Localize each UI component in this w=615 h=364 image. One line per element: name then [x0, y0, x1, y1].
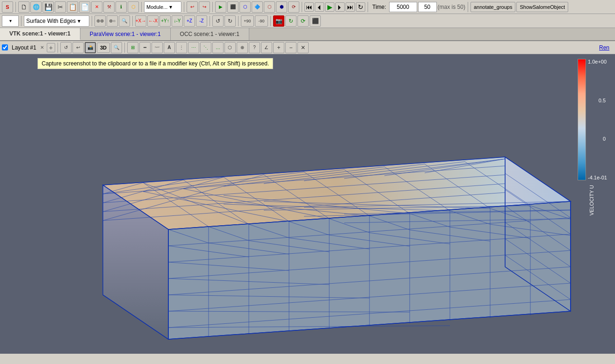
layout-label: Layout #1 [12, 44, 36, 51]
tb-icon6[interactable]: ⬢ [276, 1, 287, 13]
last-frame-button[interactable]: ⏭ [346, 2, 355, 12]
sep10 [132, 16, 133, 26]
move-up-pos-button[interactable]: +Y↑ [159, 15, 171, 27]
colorbar-gradient [578, 59, 586, 180]
reset-view-button[interactable]: ⬛ [310, 15, 321, 27]
vp-curve-btn[interactable]: 〰 [152, 42, 163, 53]
annotate-groups-button[interactable]: annotate_groups [470, 2, 516, 12]
layout-checkbox[interactable] [2, 44, 8, 50]
mesh-container [75, 110, 575, 354]
find-button[interactable]: ⚒ [103, 1, 115, 13]
tb-icon7[interactable]: ⟳ [288, 1, 299, 13]
loop-button[interactable]: ↻ [356, 2, 365, 12]
vp-reset-btn[interactable]: ↺ [60, 42, 72, 53]
layout-add-btn[interactable]: + [47, 43, 55, 52]
vp-text-btn[interactable]: A [164, 42, 175, 53]
rotate-view-button[interactable]: ↻ [285, 15, 297, 27]
sep6 [368, 2, 368, 12]
tab-occ[interactable]: OCC scene:1 - viewer:1 [171, 28, 249, 40]
layout-close-btn[interactable]: ✕ [40, 45, 44, 50]
vp-axes-btn[interactable]: ━ [139, 42, 151, 53]
angle-pos90-button[interactable]: +90 [241, 15, 254, 27]
angle-neg90-button[interactable]: -90 [255, 15, 268, 27]
viewport[interactable]: Capture screenshot to the clipboard or t… [0, 54, 615, 354]
colorbar: 1.0e+00 0.5 0 -4.1e-01 VELOCITY U [578, 59, 606, 349]
sep7 [468, 2, 468, 12]
vp-close2-btn[interactable]: ✕ [297, 42, 309, 53]
content-area: Layout #1 ✕ + ↺ ↩ 📸 3D 🔍 ⊞ ━ 〰 A ⋮ ⋯ ⋱ …… [0, 41, 615, 354]
tab-paraview[interactable]: ParaView scene:1 - viewer:1 [80, 28, 171, 40]
sep1 [15, 2, 16, 12]
show-salome-object-button[interactable]: ShowSalomeObject [516, 2, 568, 12]
rot-cw-button[interactable]: ↺ [212, 15, 224, 27]
vp-minus-btn[interactable]: − [285, 42, 297, 53]
tb-icon4[interactable]: 🔷 [252, 1, 263, 13]
play-button[interactable]: ▶ [325, 2, 334, 12]
vp-grid-btn[interactable]: ⊞ [127, 42, 138, 53]
rot-ccw-button[interactable]: ↻ [224, 15, 236, 27]
vp-align-btn[interactable]: ⬡ [224, 42, 236, 53]
spin-view-button[interactable]: ⟳ [297, 15, 309, 27]
sep2 [141, 2, 142, 12]
open-button[interactable]: 🌐 [30, 1, 42, 13]
colorbar-labels: 1.0e+00 0.5 0 -4.1e-01 [588, 59, 606, 180]
module-dropdown[interactable]: Module... ▾ [144, 1, 181, 13]
vp-place-btn[interactable]: ⊕ [237, 42, 248, 53]
fit-all-button[interactable]: ⊕⊕ [94, 15, 106, 27]
time-step-input[interactable] [418, 2, 437, 12]
vp-scatter2-btn[interactable]: ⋱ [200, 42, 211, 53]
screenshot-red-button[interactable]: 📷 [273, 15, 284, 27]
vp-undo-btn[interactable]: ↩ [72, 42, 84, 53]
colorbar-mid1-label: 0.5 [588, 98, 606, 103]
scene-tabs: VTK scene:1 - viewer:1 ParaView scene:1 … [0, 28, 615, 41]
move-z-neg-button[interactable]: -Z [196, 15, 207, 27]
sep3 [184, 2, 184, 12]
view-mode-mini-dropdown[interactable]: ▾ [2, 15, 19, 27]
vp-scatter3-btn[interactable]: … [212, 42, 224, 53]
delete-button[interactable]: ✕ [91, 1, 102, 13]
tb-icon2[interactable]: ⬛ [227, 1, 239, 13]
vp-3d-btn[interactable]: 3D [97, 43, 110, 53]
undo-button[interactable]: ↩ [187, 1, 198, 13]
vp-help-btn[interactable]: ? [249, 42, 260, 53]
vp-zoom-btn[interactable]: 🔍 [111, 42, 122, 53]
vp-angle-btn[interactable]: ∠ [261, 42, 272, 53]
move-z-pos-button[interactable]: +Z [184, 15, 195, 27]
tb-icon3[interactable]: ⬡ [239, 1, 251, 13]
redo-button[interactable]: ↪ [199, 1, 210, 13]
module-button[interactable]: ⬡ [128, 1, 139, 13]
save-button[interactable]: 💾 [43, 1, 54, 13]
vp-scatter-btn[interactable]: ⋯ [188, 42, 199, 53]
tab-vtk[interactable]: VTK scene:1 - viewer:1 [0, 28, 80, 40]
tb-icon1[interactable]: ▶ [215, 1, 226, 13]
renamer-link[interactable]: Ren [599, 44, 609, 51]
cut-button[interactable]: ✂ [55, 1, 66, 13]
move-right-neg-button[interactable]: ←-X [147, 15, 159, 27]
sep9 [92, 16, 92, 26]
move-down-neg-button[interactable]: ↓-Y [172, 15, 183, 27]
colorbar-mid2-label: 0 [588, 136, 606, 142]
sep-layout1 [58, 43, 58, 53]
sep12 [238, 16, 239, 26]
new-button[interactable]: 🗋 [18, 1, 29, 13]
paste-button[interactable]: 📄 [79, 1, 90, 13]
vp-multi-btn[interactable]: ⋮ [176, 42, 187, 53]
prev-frame-button[interactable]: ⏴ [315, 2, 324, 12]
colorbar-title-label: VELOCITY U [589, 185, 594, 215]
copy-button[interactable]: 📋 [67, 1, 78, 13]
zoom-button[interactable]: 🔍 [119, 15, 130, 27]
display-mode-dropdown[interactable]: Surface With Edges ▾ [24, 15, 89, 27]
time-max-label: (max is 50) [438, 4, 465, 10]
sep8 [21, 16, 22, 26]
vp-screenshot-btn[interactable]: 📸 [85, 42, 96, 53]
first-frame-button[interactable]: ⏮ [304, 2, 314, 12]
vp-plus-btn[interactable]: + [273, 42, 284, 53]
tb-icon5[interactable]: ⬡ [264, 1, 275, 13]
fit-sel-button[interactable]: ⊕○ [107, 15, 118, 27]
sep4 [212, 2, 213, 12]
move-right-pos-button[interactable]: +X→ [135, 15, 146, 27]
app-icon[interactable]: S [2, 1, 13, 13]
info-button[interactable]: ℹ [116, 1, 127, 13]
time-input[interactable] [389, 2, 417, 12]
next-frame-button[interactable]: ⏵ [335, 2, 345, 12]
